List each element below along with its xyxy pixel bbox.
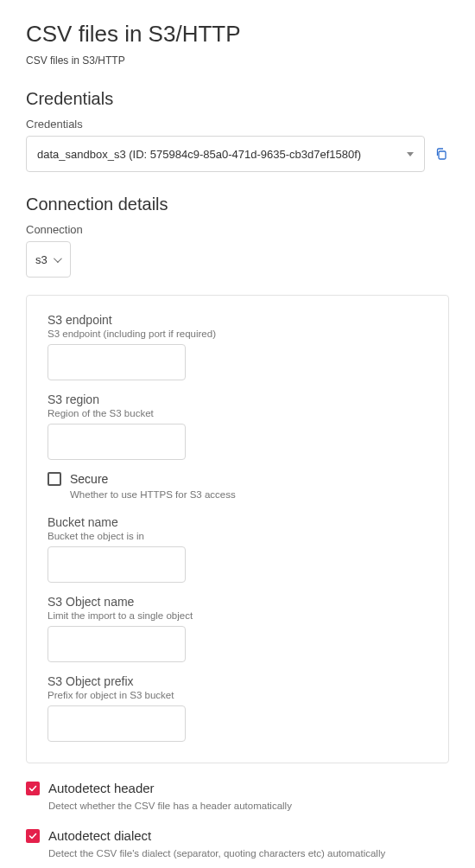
bucket-name-label: Bucket name [48,515,428,529]
page-subtitle: CSV files in S3/HTTP [26,54,449,67]
s3-settings-panel: S3 endpoint S3 endpoint (including port … [26,295,449,763]
connection-field-label: Connection [26,223,449,236]
secure-label: Secure [70,472,108,486]
bucket-name-input[interactable] [48,546,186,583]
s3-region-hint: Region of the S3 bucket [48,408,428,418]
s3-region-input[interactable] [48,424,186,460]
s3-endpoint-input[interactable] [48,344,186,380]
autodetect-header-checkbox[interactable] [26,782,40,795]
page-title: CSV files in S3/HTTP [26,21,449,48]
s3-object-name-input[interactable] [48,626,186,662]
connection-selected-value: s3 [35,253,48,266]
connection-section-header: Connection details [26,195,449,214]
credentials-selected-value: data_sandbox_s3 (ID: 575984c9-85a0-471d-… [37,148,361,161]
bucket-name-hint: Bucket the object is in [48,531,428,541]
chevron-down-icon [53,255,61,264]
s3-endpoint-hint: S3 endpoint (including port if required) [48,329,428,339]
connection-select[interactable]: s3 [26,241,71,278]
autodetect-dialect-hint: Detect the CSV file's dialect (separator… [48,848,449,858]
check-icon [28,832,37,840]
autodetect-header-hint: Detect whether the CSV file has a header… [48,801,449,811]
autodetect-dialect-label: Autodetect dialect [48,828,151,843]
chevron-down-icon [407,152,414,156]
copy-credentials-button[interactable] [434,146,449,162]
check-icon [28,784,37,793]
copy-icon [434,147,448,161]
s3-object-prefix-label: S3 Object prefix [48,674,428,688]
credentials-section-header: Credentials [26,89,449,109]
autodetect-dialect-checkbox[interactable] [26,829,40,843]
s3-region-label: S3 region [48,393,428,406]
svg-rect-0 [439,151,446,159]
s3-endpoint-label: S3 endpoint [48,313,428,327]
credentials-field-label: Credentials [26,118,449,131]
autodetect-header-label: Autodetect header [48,781,155,795]
s3-object-name-hint: Limit the import to a single object [48,610,428,621]
secure-checkbox[interactable] [48,472,61,486]
secure-hint: Whether to use HTTPS for S3 access [70,489,428,500]
s3-object-prefix-hint: Prefix for object in S3 bucket [48,690,428,700]
s3-object-prefix-input[interactable] [48,705,186,742]
s3-object-name-label: S3 Object name [48,595,428,609]
credentials-select[interactable]: data_sandbox_s3 (ID: 575984c9-85a0-471d-… [26,136,425,172]
